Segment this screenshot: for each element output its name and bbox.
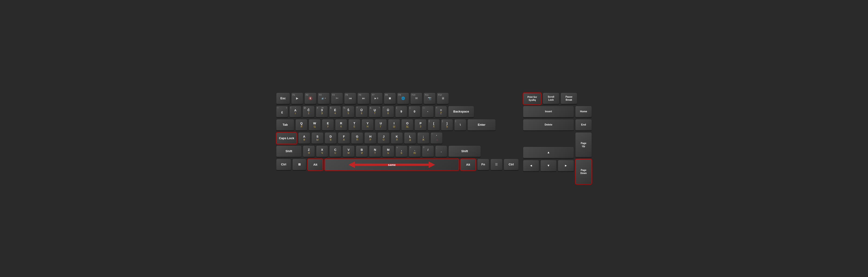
key-f3[interactable]: F3 🔉+ bbox=[318, 93, 330, 105]
key-special-comma[interactable]: , . bbox=[435, 145, 447, 158]
key-f10[interactable]: F10 ✉ bbox=[410, 93, 423, 105]
key-alt-right[interactable]: Alt bbox=[460, 159, 476, 171]
key-f8[interactable]: F8 ⏹ bbox=[384, 93, 396, 105]
key-delete[interactable]: Delete bbox=[523, 119, 574, 131]
key-z[interactable]: Z Я bbox=[303, 145, 315, 158]
key-d[interactable]: D В bbox=[324, 132, 337, 144]
key-f6[interactable]: F6 ⏭ bbox=[358, 93, 369, 105]
key-shift-right[interactable]: Shift bbox=[448, 145, 481, 158]
nav-ins-row: Insert Delete ▲ ◄ ▼ ► Home End PageUp Pa… bbox=[523, 106, 592, 184]
key-i[interactable]: I Ш bbox=[388, 119, 400, 131]
key-p[interactable]: P З bbox=[414, 119, 427, 131]
nav-left-col: Insert Delete ▲ ◄ ▼ ► bbox=[523, 106, 574, 184]
key-left-arrow[interactable]: ◄ bbox=[523, 160, 539, 172]
keyboard-wrapper: Esc F1 ▶ F2 🔇 F3 🔉+ F4 ✄ F5 bbox=[272, 88, 596, 189]
key-1[interactable]: ! " А 1 bbox=[289, 106, 302, 118]
keyboard-container: Esc F1 ▶ F2 🔇 F3 🔉+ F4 ✄ F5 bbox=[276, 93, 592, 184]
key-q[interactable]: Q Й bbox=[296, 119, 307, 131]
key-6[interactable]: ^ Ū 6 bbox=[355, 106, 368, 118]
key-enter[interactable]: Enter bbox=[467, 119, 496, 131]
key-end[interactable]: End bbox=[575, 119, 592, 131]
key-print-scr[interactable]: Print ScrSysRq bbox=[523, 93, 541, 105]
key-u[interactable]: U Г bbox=[375, 119, 387, 131]
key-bracket-r[interactable]: } ] Ъ bbox=[441, 119, 453, 131]
key-page-down[interactable]: PageDown bbox=[575, 159, 592, 184]
key-f11[interactable]: F11 📷 bbox=[424, 93, 436, 105]
key-y[interactable]: Y Н bbox=[362, 119, 374, 131]
key-quote[interactable]: " ' → bbox=[431, 132, 442, 144]
key-page-up[interactable]: PageUp bbox=[575, 132, 592, 158]
key-a[interactable]: A Ф bbox=[298, 132, 310, 144]
key-down-arrow[interactable]: ▼ bbox=[540, 160, 557, 172]
asdf-row: Caps Lock A Ф S Ы D В F А G bbox=[276, 132, 519, 144]
bottom-row: Ctrl ⊞ Alt same Alt Fn ☰ Ctrl bbox=[276, 159, 519, 171]
key-backtick[interactable]: ~ Ë 1 bbox=[276, 106, 288, 118]
key-s[interactable]: S Ы bbox=[311, 132, 323, 144]
key-insert[interactable]: Insert bbox=[523, 106, 574, 118]
key-n[interactable]: N Т bbox=[369, 145, 381, 158]
key-t[interactable]: T Е bbox=[348, 119, 361, 131]
key-slash[interactable]: ? / . bbox=[422, 145, 434, 158]
space-arrow-svg: same bbox=[332, 162, 452, 168]
key-3[interactable]: # № З Э bbox=[316, 106, 328, 118]
key-4[interactable]: $ ; Ė 4 bbox=[329, 106, 341, 118]
key-f2[interactable]: F2 🔇 bbox=[304, 93, 316, 105]
key-backspace[interactable]: Backspace bbox=[448, 106, 474, 118]
key-menu[interactable]: ☰ bbox=[490, 159, 502, 171]
key-scroll-lock[interactable]: ScrollLock bbox=[543, 93, 559, 105]
key-f7[interactable]: F7 ▶⏸ bbox=[371, 93, 383, 105]
key-ctrl-left[interactable]: Ctrl bbox=[276, 159, 291, 171]
key-f[interactable]: F А bbox=[338, 132, 350, 144]
svg-text:same: same bbox=[388, 163, 396, 167]
key-shift-left[interactable]: Shift bbox=[276, 145, 302, 158]
key-9[interactable]: ( 9 bbox=[395, 106, 407, 118]
key-right-arrow[interactable]: ► bbox=[558, 160, 574, 172]
key-alt-left[interactable]: Alt bbox=[307, 159, 323, 171]
key-v[interactable]: V М bbox=[342, 145, 354, 158]
key-f12[interactable]: F12 🖥 bbox=[437, 93, 449, 105]
main-keyboard: Esc F1 ▶ F2 🔇 F3 🔉+ F4 ✄ F5 bbox=[276, 93, 519, 171]
key-esc[interactable]: Esc bbox=[276, 93, 290, 105]
key-win[interactable]: ⊞ bbox=[292, 159, 306, 171]
key-bracket-l[interactable]: { [ Х bbox=[428, 119, 440, 131]
key-r[interactable]: R К bbox=[335, 119, 347, 131]
key-space[interactable]: same bbox=[324, 159, 459, 171]
key-period[interactable]: > . Ю bbox=[409, 145, 421, 158]
key-pause-break[interactable]: PauseBreak bbox=[561, 93, 577, 105]
key-g[interactable]: G П bbox=[351, 132, 363, 144]
key-equal[interactable]: + = Ž bbox=[435, 106, 447, 118]
key-b[interactable]: B И bbox=[356, 145, 368, 158]
key-h[interactable]: H Р bbox=[364, 132, 376, 144]
key-backslash[interactable]: | \ bbox=[454, 119, 466, 131]
key-e[interactable]: E У bbox=[322, 119, 334, 131]
key-minus[interactable]: — - bbox=[422, 106, 434, 118]
key-2[interactable]: @ Č 2 bbox=[303, 106, 315, 118]
key-caps-lock[interactable]: Caps Lock bbox=[276, 132, 297, 144]
key-j[interactable]: J О bbox=[378, 132, 390, 144]
key-f9[interactable]: F9 🌐 bbox=[397, 93, 409, 105]
key-k[interactable]: K Л bbox=[391, 132, 403, 144]
key-7[interactable]: & ? Ų 7 bbox=[369, 106, 381, 118]
key-f1[interactable]: F1 ▶ bbox=[291, 93, 303, 105]
key-l[interactable]: L Д bbox=[404, 132, 416, 144]
key-5[interactable]: % Š 5 bbox=[342, 106, 354, 118]
key-f4[interactable]: F4 ✄ bbox=[331, 93, 343, 105]
key-fn[interactable]: Fn bbox=[477, 159, 489, 171]
key-tab[interactable]: Tab bbox=[276, 119, 294, 131]
key-semicolon[interactable]: : ; Ж bbox=[417, 132, 429, 144]
key-up-arrow[interactable]: ▲ bbox=[523, 147, 574, 159]
key-x[interactable]: X Ч bbox=[316, 145, 328, 158]
key-8[interactable]: * Ū 8 bbox=[382, 106, 394, 118]
nav-right-col: Home End PageUp PageDown bbox=[575, 106, 592, 184]
key-home[interactable]: Home bbox=[575, 106, 592, 118]
key-0[interactable]: ) 0 bbox=[408, 106, 421, 118]
key-ctrl-right[interactable]: Ctrl bbox=[504, 159, 519, 171]
number-row: ~ Ë 1 ! " А 1 @ Č 2 # № З bbox=[276, 106, 519, 118]
fn-row: Esc F1 ▶ F2 🔇 F3 🔉+ F4 ✄ F5 bbox=[276, 93, 519, 105]
key-w[interactable]: W Ц bbox=[309, 119, 321, 131]
key-m[interactable]: M Ь bbox=[382, 145, 394, 158]
key-c[interactable]: C С bbox=[329, 145, 341, 158]
key-comma[interactable]: < , Б bbox=[396, 145, 407, 158]
key-f5[interactable]: F5 ⏮ bbox=[344, 93, 356, 105]
key-o[interactable]: O Щ bbox=[401, 119, 413, 131]
